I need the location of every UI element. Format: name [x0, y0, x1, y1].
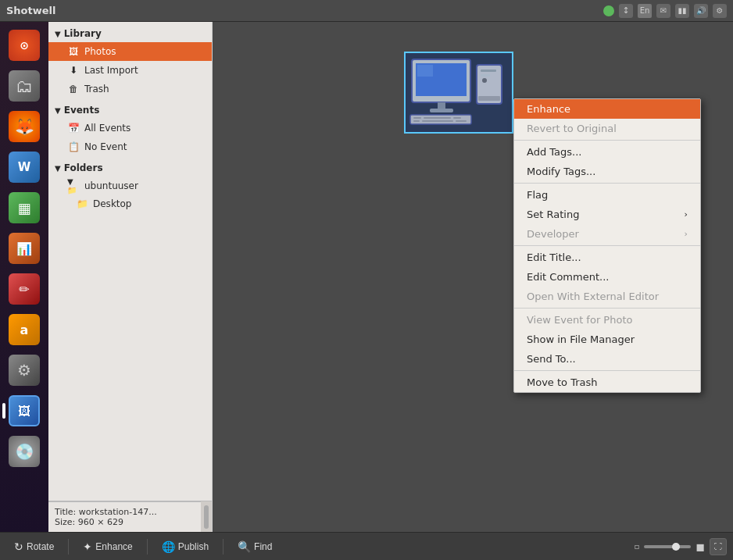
ctx-item-move-trash[interactable]: Move to Trash	[514, 373, 700, 392]
ctx-item-enhance[interactable]: Enhance	[514, 99, 700, 119]
dock-item-shotwell[interactable]: 🖼	[5, 392, 43, 430]
photo-size-line: Size: 960 × 629	[55, 517, 195, 527]
ctx-sep-1	[514, 140, 700, 141]
sidebar-item-trash-label: Trash	[84, 84, 109, 95]
trash-icon: 🗑	[67, 83, 80, 95]
dock-item-calc[interactable]: ▦	[5, 189, 43, 226]
scrollbar-area[interactable]	[201, 501, 212, 532]
ctx-item-edit-comment[interactable]: Edit Comment...	[514, 267, 700, 287]
photo-thumbnail[interactable]	[404, 52, 513, 134]
svg-rect-15	[422, 120, 453, 122]
dock-item-amazon[interactable]: a	[5, 311, 43, 348]
texteditor-icon: ✏	[9, 273, 40, 305]
photo-content-area[interactable]: Enhance Revert to Original Add Tags... M…	[213, 22, 733, 532]
ubuntu-icon: ⊙	[9, 30, 40, 61]
folders-triangle: ▼	[55, 164, 61, 173]
firefox-icon: 🦊	[9, 111, 40, 142]
svg-rect-7	[481, 74, 490, 77]
zoom-max-icon: ◼	[695, 540, 705, 553]
dock-item-files[interactable]: 🗂	[5, 67, 43, 105]
publish-label: Publish	[178, 541, 209, 552]
svg-rect-10	[410, 115, 471, 124]
rotate-button[interactable]: ↻ Rotate	[6, 537, 62, 556]
tray-settings[interactable]: ⚙	[713, 4, 727, 18]
bottom-toolbar: ↻ Rotate ✦ Enhance 🌐 Publish 🔍 Find ▫ ◼ …	[0, 532, 733, 560]
ctx-sep-5	[514, 370, 700, 371]
svg-rect-14	[413, 120, 420, 122]
sidebar-item-trash[interactable]: 🗑 Trash	[48, 80, 212, 98]
publish-button[interactable]: 🌐 Publish	[154, 537, 216, 556]
zoom-thumb	[672, 543, 680, 551]
rotate-icon: ↻	[14, 540, 23, 553]
svg-rect-16	[456, 120, 467, 122]
computer-illustration	[408, 55, 510, 130]
library-triangle: ▼	[55, 30, 61, 38]
rotate-label: Rotate	[27, 541, 54, 552]
library-label: Library	[64, 28, 102, 39]
ctx-item-set-rating[interactable]: Set Rating ›	[514, 205, 700, 224]
photo-title-line: Title: workstation-147...	[55, 507, 195, 517]
calc-icon: ▦	[9, 192, 40, 223]
ctx-item-send-to[interactable]: Send To...	[514, 349, 700, 369]
tray-email: ✉	[656, 4, 670, 18]
folders-label: Folders	[64, 162, 103, 173]
dock-item-impress[interactable]: 📊	[5, 230, 43, 267]
last-import-icon: ⬇	[67, 64, 80, 77]
ctx-view-event-label: View Event for Photo	[527, 314, 632, 326]
ctx-edit-comment-label: Edit Comment...	[527, 271, 609, 283]
ctx-item-revert: Revert to Original	[514, 119, 700, 138]
dock-item-writer[interactable]: W	[5, 148, 43, 186]
fullscreen-button[interactable]: ⛶	[710, 538, 727, 555]
sidebar-item-no-event[interactable]: 📋 No Event	[48, 137, 212, 156]
sidebar-item-desktop-label: Desktop	[93, 198, 132, 209]
dock-item-texteditor[interactable]: ✏	[5, 270, 43, 308]
dock-item-ubuntu[interactable]: ⊙	[5, 27, 43, 64]
dock-item-cdrom[interactable]: 💿	[5, 433, 43, 470]
sidebar-item-ubuntuuser[interactable]: ▼📁 ubuntuuser	[48, 177, 212, 195]
find-button[interactable]: 🔍 Find	[230, 537, 280, 556]
dock-item-firefox[interactable]: 🦊	[5, 108, 43, 145]
ctx-add-tags-label: Add Tags...	[527, 146, 581, 158]
tray-indicator	[603, 5, 614, 16]
svg-rect-2	[417, 65, 433, 77]
sidebar-item-desktop[interactable]: 📁 Desktop	[48, 195, 212, 212]
sidebar: ▼ Library 🖼 Photos ⬇ Last Import 🗑 Trash…	[48, 22, 213, 532]
sidebar-item-photos-label: Photos	[84, 46, 116, 57]
events-triangle: ▼	[55, 106, 61, 115]
ctx-item-flag[interactable]: Flag	[514, 185, 700, 205]
ctx-open-external-label: Open With External Editor	[527, 291, 659, 302]
sidebar-item-all-events[interactable]: 📅 All Events	[48, 119, 212, 137]
sidebar-status: Title: workstation-147... Size: 960 × 62…	[48, 501, 201, 532]
sidebar-scrollbar[interactable]	[204, 505, 209, 529]
ctx-item-add-tags[interactable]: Add Tags...	[514, 142, 700, 162]
zoom-slider[interactable]	[644, 545, 691, 548]
svg-rect-12	[424, 117, 451, 119]
ctx-item-open-external: Open With External Editor	[514, 287, 700, 306]
dock-item-settings[interactable]: ⚙	[5, 351, 43, 389]
svg-rect-11	[413, 117, 421, 119]
svg-rect-4	[430, 109, 453, 112]
ctx-item-show-file-manager[interactable]: Show in File Manager	[514, 330, 700, 349]
sidebar-item-no-event-label: No Event	[84, 141, 127, 152]
ctx-send-to-label: Send To...	[527, 353, 576, 365]
writer-icon: W	[9, 152, 40, 183]
ctx-revert-label: Revert to Original	[527, 123, 617, 134]
toolbar-sep-1	[68, 539, 69, 555]
ctx-item-view-event: View Event for Photo	[514, 310, 700, 330]
toolbar-sep-2	[147, 539, 148, 555]
enhance-label: Enhance	[95, 541, 132, 552]
sidebar-item-ubuntuuser-label: ubuntuuser	[84, 180, 138, 191]
ctx-item-edit-title[interactable]: Edit Title...	[514, 248, 700, 267]
ctx-item-modify-tags[interactable]: Modify Tags...	[514, 162, 700, 181]
sidebar-item-last-import[interactable]: ⬇ Last Import	[48, 61, 212, 80]
developer-arrow: ›	[685, 229, 688, 239]
sidebar-item-photos[interactable]: 🖼 Photos	[48, 42, 212, 61]
ctx-developer-label: Developer	[527, 228, 579, 240]
application-dock: ⊙ 🗂 🦊 W ▦ 📊 ✏ a ⚙ 🖼 💿	[0, 22, 48, 532]
sidebar-item-last-import-label: Last Import	[84, 65, 138, 76]
sidebar-item-all-events-label: All Events	[84, 123, 131, 134]
ctx-sep-3	[514, 245, 700, 246]
all-events-icon: 📅	[67, 122, 80, 134]
enhance-button[interactable]: ✦ Enhance	[75, 537, 140, 556]
find-icon: 🔍	[238, 540, 251, 553]
